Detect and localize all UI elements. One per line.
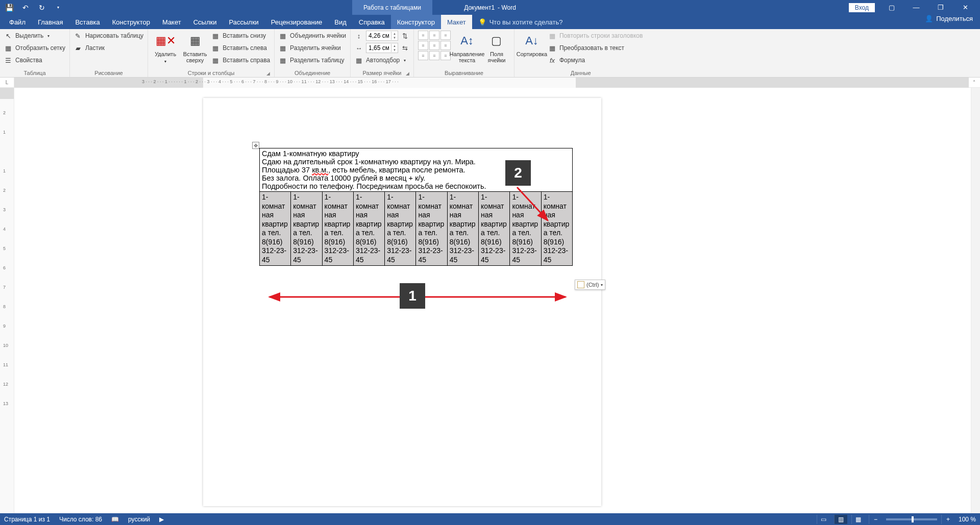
horizontal-ruler-row: L 3 · · · 2 · · · 1 · · · · · · 1 · · · … [0, 78, 980, 88]
chevron-down-icon: ▾ [601, 283, 603, 287]
macro-record-icon[interactable]: ▶ [159, 516, 164, 523]
tearoff-cell[interactable]: 1-комнатная квартира тел. 8(916) 312-23-… [291, 192, 322, 266]
align-mid-center[interactable]: ≡ [429, 41, 439, 50]
page-status[interactable]: Страница 1 из 1 [4, 516, 50, 523]
redo-button[interactable]: ↻ [35, 2, 49, 14]
vertical-ruler[interactable]: 2112345678910111213 [0, 88, 14, 513]
tab-mailings[interactable]: Рассылки [223, 15, 264, 29]
maximize-button[interactable]: ❐ [929, 0, 952, 15]
distribute-rows-icon[interactable]: ⇅ [401, 32, 409, 40]
spin-up[interactable]: ▲ [391, 44, 398, 48]
tell-me-search[interactable]: 💡 Что вы хотите сделать? [472, 15, 569, 29]
web-layout-button[interactable]: ▦ [851, 515, 865, 524]
align-mid-right[interactable]: ≡ [440, 41, 451, 50]
tab-help[interactable]: Справка [353, 15, 391, 29]
signin-button[interactable]: Вход [849, 3, 875, 12]
share-button[interactable]: 👤 Поделиться [925, 15, 973, 22]
zoom-in-button[interactable]: + [941, 515, 954, 524]
tab-file[interactable]: Файл [3, 15, 32, 29]
word-count[interactable]: Число слов: 86 [59, 516, 102, 523]
tab-layout[interactable]: Макет [156, 15, 187, 29]
tab-home[interactable]: Главная [32, 15, 69, 29]
tab-view[interactable]: Вид [328, 15, 353, 29]
delete-button[interactable]: ▦✕Удалить▾ [152, 31, 179, 64]
minimize-button[interactable]: — [904, 0, 928, 15]
tearoff-cell[interactable]: 1-комнатная квартира тел. 8(916) 312-23-… [260, 192, 291, 266]
dialog-launcher[interactable]: ◢ [406, 71, 409, 76]
paste-options-button[interactable]: (Ctrl) ▾ [575, 280, 605, 290]
split-table-button[interactable]: ▦Разделить таблицу [279, 55, 346, 65]
align-top-center[interactable]: ≡ [429, 31, 439, 40]
spin-up[interactable]: ▲ [391, 32, 398, 36]
table-move-handle[interactable]: ✥ [252, 142, 259, 149]
tearoff-cell[interactable]: 1-комнатная квартира тел. 8(916) 312-23-… [416, 192, 447, 266]
align-bot-center[interactable]: ≡ [429, 51, 439, 60]
text-direction-button[interactable]: A↕Направление текста [454, 31, 480, 63]
insert-above-button[interactable]: ▦Вставить сверху [182, 31, 208, 63]
align-top-right[interactable]: ≡ [440, 31, 451, 40]
insert-left-button[interactable]: ▦Вставить слева [211, 43, 270, 53]
insert-below-button[interactable]: ▦Вставить снизу [211, 31, 270, 41]
spin-down[interactable]: ▼ [391, 48, 398, 52]
align-mid-left[interactable]: ≡ [418, 41, 428, 50]
draw-table-button[interactable]: ✎Нарисовать таблицу [74, 31, 143, 41]
tearoff-cell[interactable]: 1-комнатная квартира тел. 8(916) 312-23-… [322, 192, 353, 266]
table-body-row: 1-комнатная квартира тел. 8(916) 312-23-… [260, 192, 573, 266]
insert-left-icon: ▦ [211, 44, 219, 52]
chevron-down-icon: ▾ [164, 59, 166, 64]
tab-design[interactable]: Конструктор [106, 15, 156, 29]
column-width-input[interactable]: ▲▼ [366, 43, 398, 53]
view-gridlines-button[interactable]: ▦Отобразить сетку [4, 43, 65, 53]
save-button[interactable]: 💾 [2, 2, 16, 14]
properties-icon: ☰ [4, 56, 12, 64]
read-mode-button[interactable]: ▭ [817, 515, 830, 524]
convert-to-text-button[interactable]: ▦Преобразовать в текст [548, 43, 643, 53]
tab-insert[interactable]: Вставка [69, 15, 106, 29]
eraser-button[interactable]: ▰Ластик [74, 43, 143, 53]
repeat-header-icon: ▦ [548, 32, 556, 40]
zoom-out-button[interactable]: − [869, 515, 882, 524]
tearoff-cell[interactable]: 1-комнатная квартира тел. 8(916) 312-23-… [385, 192, 416, 266]
tab-table-design[interactable]: Конструктор [391, 15, 441, 29]
formula-button[interactable]: fxФормула [548, 55, 643, 65]
zoom-slider[interactable] [886, 518, 937, 520]
insert-right-button[interactable]: ▦Вставить справа [211, 55, 270, 65]
qat-customize-button[interactable]: ▾ [51, 2, 65, 14]
tearoff-cell[interactable]: 1-комнатная квартира тел. 8(916) 312-23-… [479, 192, 510, 266]
close-button[interactable]: ✕ [953, 0, 977, 15]
split-cells-button[interactable]: ▦Разделить ячейки [279, 43, 346, 53]
document-area[interactable]: ✥ Сдам 1-комнатную квартиру Сдаю на длит… [14, 88, 971, 513]
tearoff-cell[interactable]: 1-комнатная квартира тел. 8(916) 312-23-… [447, 192, 478, 266]
language-status[interactable]: русский [128, 516, 150, 523]
autofit-button[interactable]: ▦Автоподбор▾ [355, 55, 409, 65]
horizontal-ruler[interactable]: 3 · · · 2 · · · 1 · · · · · · 1 · · · 2 … [14, 78, 969, 88]
tab-selector[interactable]: L [0, 78, 14, 87]
align-bot-left[interactable]: ≡ [418, 51, 428, 60]
tab-review[interactable]: Рецензирование [265, 15, 328, 29]
dialog-launcher[interactable]: ◢ [266, 71, 270, 76]
pencil-icon: ✎ [74, 32, 82, 40]
cell-margins-button[interactable]: ▢Поля ячейки [483, 31, 510, 63]
tab-references[interactable]: Ссылки [187, 15, 223, 29]
row-height-input[interactable]: ▲▼ [366, 31, 398, 41]
select-button[interactable]: ↖Выделить▾ [4, 31, 65, 41]
tearoff-cell[interactable]: 1-комнатная квартира тел. 8(916) 312-23-… [510, 192, 541, 266]
tab-table-layout[interactable]: Макет [441, 15, 472, 29]
document-name: Документ1 [464, 4, 495, 11]
proofing-icon[interactable]: 📖 [111, 516, 119, 523]
sort-button[interactable]: A↓Сортировка [519, 31, 545, 57]
status-left: Страница 1 из 1 Число слов: 86 📖 русский… [4, 516, 164, 523]
merge-cells-button[interactable]: ▦Объединить ячейки [279, 31, 346, 41]
print-layout-button[interactable]: ▥ [834, 515, 847, 524]
spin-down[interactable]: ▼ [391, 36, 398, 40]
tearoff-cell[interactable]: 1-комнатная квартира тел. 8(916) 312-23-… [353, 192, 384, 266]
zoom-level[interactable]: 100 % [959, 516, 976, 523]
vertical-scrollbar[interactable] [971, 88, 980, 513]
properties-button[interactable]: ☰Свойства [4, 55, 65, 65]
collapse-ribbon-button[interactable]: ˄ [970, 78, 978, 86]
ribbon-display-options-button[interactable]: ▢ [880, 0, 903, 15]
undo-button[interactable]: ↶ [18, 2, 33, 14]
distribute-columns-icon[interactable]: ⇆ [401, 44, 409, 52]
tearoff-cell[interactable]: 1-комнатная квартира тел. 8(916) 312-23-… [541, 192, 572, 266]
align-top-left[interactable]: ≡ [418, 31, 428, 40]
